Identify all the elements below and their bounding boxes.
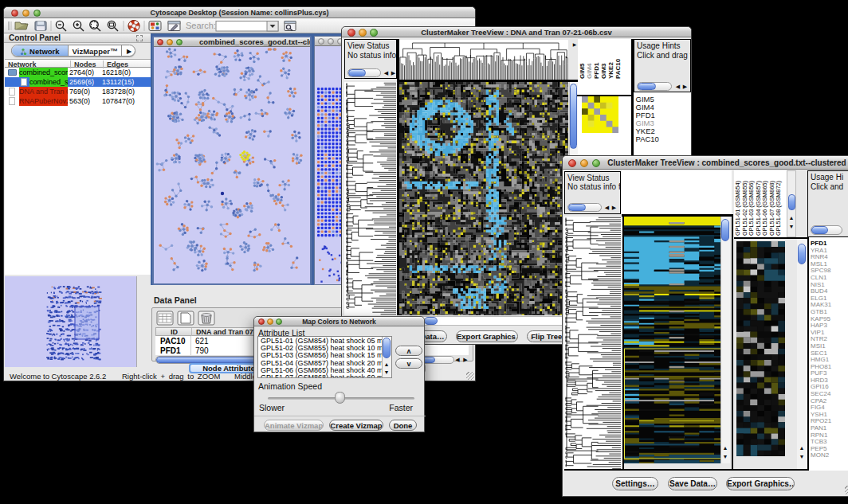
svg-text:YKE2: YKE2 [607,62,614,79]
svg-text:PAC10: PAC10 [614,58,622,79]
svg-text:GIM5: GIM5 [579,63,586,79]
svg-text:Search:: Search: [186,21,216,30]
svg-text:GIM3: GIM3 [600,63,607,79]
svg-text:GPL51-08 (GSM872): GPL51-08 (GSM872) [775,181,782,236]
svg-text:PFD1: PFD1 [593,62,600,79]
svg-text:GIM4: GIM4 [586,63,593,79]
